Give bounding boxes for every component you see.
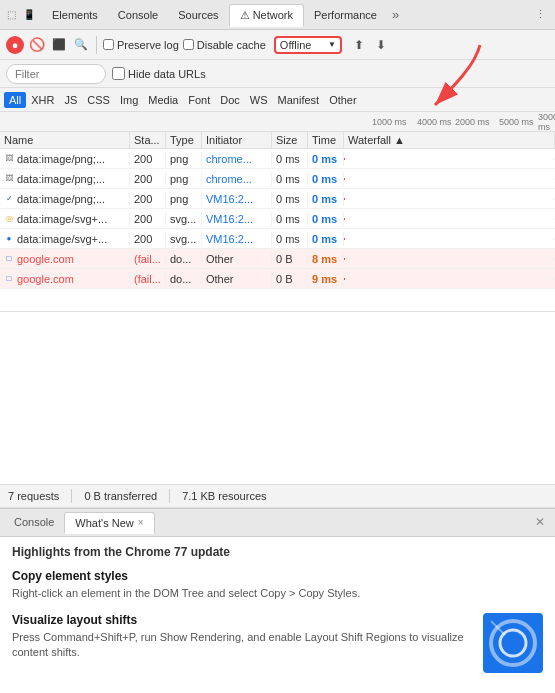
- type-filter-css[interactable]: CSS: [82, 92, 115, 108]
- td-type: png: [166, 152, 202, 166]
- td-initiator: chrome...: [202, 152, 272, 166]
- th-status[interactable]: Sta...: [130, 132, 166, 148]
- table-row[interactable]: 🖼 data:image/png;... 200 png chrome... 0…: [0, 149, 555, 169]
- type-filter-doc[interactable]: Doc: [215, 92, 245, 108]
- th-waterfall[interactable]: Waterfall ▲: [344, 132, 555, 148]
- timeline-mark-3: 3000 ms: [538, 112, 555, 132]
- tab-console[interactable]: Console: [108, 5, 168, 25]
- hide-data-urls-label[interactable]: Hide data URLs: [112, 67, 206, 80]
- whats-new-tab-label: What's New: [75, 517, 133, 529]
- td-type: png: [166, 172, 202, 186]
- td-type: do...: [166, 252, 202, 266]
- type-filter-other[interactable]: Other: [324, 92, 362, 108]
- waterfall-red-line: [344, 258, 345, 260]
- table-row-error[interactable]: □ google.com (fail... do... Other 0 B 8 …: [0, 249, 555, 269]
- disable-cache-label[interactable]: Disable cache: [183, 39, 266, 51]
- timeline-mark-2: 2000 ms: [455, 117, 490, 127]
- tab-performance[interactable]: Performance: [304, 5, 387, 25]
- table-row[interactable]: 🖼 data:image/png;... 200 png chrome... 0…: [0, 169, 555, 189]
- th-time[interactable]: Time: [308, 132, 344, 148]
- td-name: 🖼 data:image/png;...: [0, 152, 130, 166]
- table-row[interactable]: ● data:image/svg+... 200 svg... VM16:2..…: [0, 229, 555, 249]
- type-filter-media[interactable]: Media: [143, 92, 183, 108]
- th-size[interactable]: Size: [272, 132, 308, 148]
- timeline-mark-4: 4000 ms: [417, 117, 452, 127]
- bottom-panel-menu[interactable]: ✕: [529, 515, 551, 529]
- network-table[interactable]: Name Sta... Type Initiator Size Time Wat…: [0, 132, 555, 312]
- hide-data-urls-checkbox[interactable]: [112, 67, 125, 80]
- toolbar-divider-1: [96, 36, 97, 54]
- filter-input[interactable]: [6, 64, 106, 84]
- filter-toggle-button[interactable]: ⬛: [50, 36, 68, 54]
- type-filter-xhr[interactable]: XHR: [26, 92, 59, 108]
- th-type[interactable]: Type: [166, 132, 202, 148]
- disable-cache-text: Disable cache: [197, 39, 266, 51]
- tab-menu-icon[interactable]: ⋮: [530, 6, 551, 23]
- table-header: Name Sta... Type Initiator Size Time Wat…: [0, 132, 555, 149]
- preserve-log-checkbox[interactable]: [103, 39, 114, 50]
- tab-network[interactable]: ⚠ Network: [229, 4, 304, 27]
- td-name: □ google.com: [0, 272, 130, 286]
- td-time: 0 ms: [308, 212, 344, 226]
- feature-item-copy: Copy element styles Right-click an eleme…: [12, 569, 543, 601]
- bottom-panel: Console What's New × ✕ Highlights from t…: [0, 508, 555, 693]
- table-row-error[interactable]: □ google.com (fail... do... Other 0 B 9 …: [0, 269, 555, 289]
- tab-elements[interactable]: Elements: [42, 5, 108, 25]
- record-button[interactable]: ●: [6, 36, 24, 54]
- waterfall-red-line: [344, 218, 345, 220]
- tab-console-bottom[interactable]: Console: [4, 512, 64, 532]
- td-size: 0 ms: [272, 172, 308, 186]
- table-row[interactable]: ◎ data:image/svg+... 200 svg... VM16:2..…: [0, 209, 555, 229]
- tab-more-icon[interactable]: »: [387, 5, 404, 24]
- device-icon[interactable]: 📱: [22, 8, 36, 22]
- th-initiator[interactable]: Initiator: [202, 132, 272, 148]
- feature-item-visualize: Visualize layout shifts Press Command+Sh…: [12, 613, 543, 673]
- table-row[interactable]: ✓ data:image/png;... 200 png VM16:2... 0…: [0, 189, 555, 209]
- import-button[interactable]: ⬆: [350, 36, 368, 54]
- tab-whats-new[interactable]: What's New ×: [64, 512, 154, 534]
- row-name-text: google.com: [17, 273, 74, 285]
- row-img-icon: 🖼: [4, 174, 14, 184]
- type-filter-js[interactable]: JS: [59, 92, 82, 108]
- td-waterfall: [344, 258, 555, 260]
- feature-visualize-title: Visualize layout shifts: [12, 613, 473, 627]
- type-filter-font[interactable]: Font: [183, 92, 215, 108]
- throttle-select[interactable]: Offline Online Slow 3G Fast 3G: [280, 39, 336, 51]
- inspect-icon[interactable]: ⬚: [4, 8, 18, 22]
- type-filter-manifest[interactable]: Manifest: [273, 92, 325, 108]
- waterfall-red-line: [344, 198, 345, 200]
- td-size: 0 ms: [272, 152, 308, 166]
- td-size: 0 ms: [272, 192, 308, 206]
- th-name[interactable]: Name: [0, 132, 130, 148]
- row-img-icon: 🖼: [4, 154, 14, 164]
- close-tab-button[interactable]: ×: [138, 517, 144, 528]
- td-initiator: Other: [202, 252, 272, 266]
- row-name-text: data:image/svg+...: [17, 213, 107, 225]
- disable-cache-checkbox[interactable]: [183, 39, 194, 50]
- td-time: 8 ms: [308, 252, 344, 266]
- preserve-log-label[interactable]: Preserve log: [103, 39, 179, 51]
- timeline-spacer: [0, 112, 355, 131]
- devtools-window: ⬚ 📱 Elements Console Sources ⚠ Network P…: [0, 0, 555, 693]
- td-status: 200: [130, 232, 166, 246]
- type-filter-bar: All XHR JS CSS Img Media Font Doc WS Man…: [0, 88, 555, 112]
- console-tab-label: Console: [14, 516, 54, 528]
- stop-button[interactable]: 🚫: [28, 36, 46, 54]
- td-waterfall: [344, 158, 555, 160]
- status-divider-1: [71, 489, 72, 503]
- row-name-text: data:image/png;...: [17, 173, 105, 185]
- type-filter-img[interactable]: Img: [115, 92, 143, 108]
- td-initiator: VM16:2...: [202, 232, 272, 246]
- network-toolbar: ● 🚫 ⬛ 🔍 Preserve log Disable cache Offli…: [0, 30, 555, 60]
- tab-sources[interactable]: Sources: [168, 5, 228, 25]
- type-filter-ws[interactable]: WS: [245, 92, 273, 108]
- waterfall-red-line: [344, 158, 345, 160]
- td-time: 0 ms: [308, 232, 344, 246]
- type-filter-all[interactable]: All: [4, 92, 26, 108]
- resources-size: 7.1 KB resources: [182, 490, 266, 502]
- td-size: 0 B: [272, 272, 308, 286]
- td-status: 200: [130, 152, 166, 166]
- search-button[interactable]: 🔍: [72, 36, 90, 54]
- export-button[interactable]: ⬇: [372, 36, 390, 54]
- feature-visualize-text: Visualize layout shifts Press Command+Sh…: [12, 613, 473, 661]
